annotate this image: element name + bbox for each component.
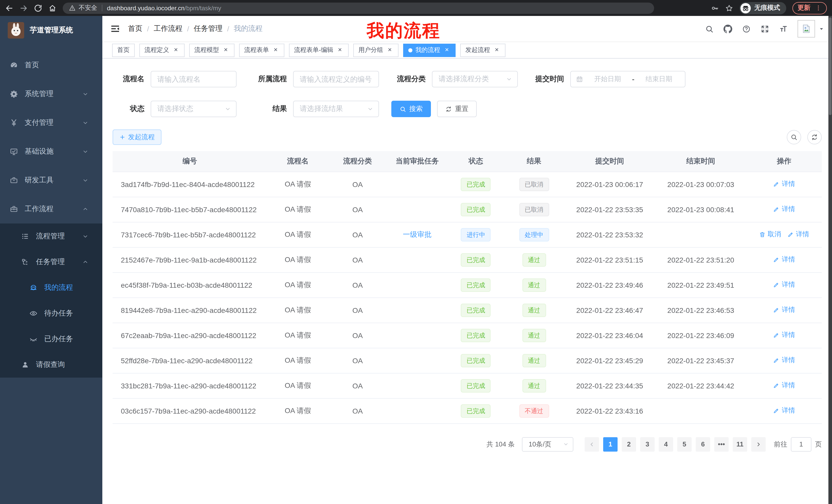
breadcrumb-item[interactable]: 任务管理 bbox=[194, 24, 223, 33]
sidebar-item-task-mgmt[interactable]: 任务管理 bbox=[0, 249, 102, 275]
tab-close-icon[interactable]: × bbox=[493, 47, 500, 54]
font-size-icon[interactable] bbox=[779, 24, 788, 33]
process-name-input[interactable] bbox=[151, 71, 237, 87]
tab-process-form[interactable]: 流程表单× bbox=[239, 44, 284, 57]
cancel-action-link[interactable]: 取消 bbox=[759, 230, 781, 239]
detail-action-link[interactable]: 详情 bbox=[773, 356, 795, 365]
page-button-3[interactable]: 3 bbox=[640, 437, 655, 451]
tab-home[interactable]: 首页 bbox=[112, 44, 135, 57]
sidebar-item-home[interactable]: 首页 bbox=[0, 51, 102, 80]
sidebar-collapse-icon[interactable] bbox=[110, 24, 120, 34]
chevron-down-icon bbox=[367, 106, 373, 112]
page-size-select[interactable]: 10条/页 bbox=[522, 437, 573, 451]
security-label[interactable]: 不安全 bbox=[79, 4, 97, 12]
address-separator bbox=[102, 5, 102, 11]
sidebar-item-done-tasks[interactable]: 已办任务 bbox=[0, 326, 102, 352]
tab-label: 流程表单 bbox=[244, 46, 269, 54]
tab-my-process[interactable]: 我的流程× bbox=[403, 44, 456, 57]
page-button-4[interactable]: 4 bbox=[659, 437, 673, 451]
tab-close-icon[interactable]: × bbox=[222, 47, 229, 54]
reset-button[interactable]: 重置 bbox=[437, 101, 477, 117]
sidebar-item-infrastructure[interactable]: 基础设施 bbox=[0, 137, 102, 166]
browser-update-button[interactable]: 更新 bbox=[792, 2, 827, 14]
process-category-select[interactable]: 请选择流程分类 bbox=[432, 71, 518, 87]
fullscreen-icon[interactable] bbox=[760, 24, 769, 33]
filter-process-definition: 所属流程 bbox=[249, 71, 379, 87]
breadcrumb-item[interactable]: 首页 bbox=[128, 24, 142, 33]
calendar-icon bbox=[576, 76, 583, 83]
sidebar-item-todo-tasks[interactable]: 待办任务 bbox=[0, 301, 102, 326]
tab-close-icon[interactable]: × bbox=[272, 47, 279, 54]
detail-action-link[interactable]: 详情 bbox=[773, 331, 795, 340]
breadcrumb-item[interactable]: 工作流程 bbox=[154, 24, 183, 33]
page-button-11[interactable]: 11 bbox=[733, 437, 747, 451]
help-icon[interactable] bbox=[742, 24, 751, 33]
sidebar-item-label: 待办任务 bbox=[44, 309, 73, 318]
page-button-1[interactable]: 1 bbox=[603, 437, 618, 451]
page-button-6[interactable]: 6 bbox=[696, 437, 710, 451]
kebab-menu-icon[interactable] bbox=[815, 5, 822, 11]
table-row: 03c6c157-7b9a-11ec-a290-acde48001122OA 请… bbox=[113, 398, 822, 423]
cell-submit-time: 2022-01-22 23:53:32 bbox=[564, 222, 655, 247]
tab-process-definition[interactable]: 流程定义× bbox=[139, 44, 185, 57]
back-icon[interactable] bbox=[5, 4, 14, 12]
detail-action-link[interactable]: 详情 bbox=[773, 255, 795, 264]
window-scrollbar[interactable] bbox=[828, 16, 832, 504]
scrollbar-thumb[interactable] bbox=[829, 18, 831, 115]
filter-row-2: 状态 请选择状态 结果 请选择流结果 bbox=[113, 101, 822, 117]
user-avatar-dropdown[interactable] bbox=[798, 20, 824, 37]
page-button-2[interactable]: 2 bbox=[622, 437, 636, 451]
sidebar-item-system[interactable]: 系统管理 bbox=[0, 80, 102, 108]
sidebar-item-label: 已办任务 bbox=[44, 334, 73, 344]
pagination-ellipsis[interactable]: ••• bbox=[714, 437, 729, 451]
search-button[interactable]: 搜索 bbox=[391, 101, 431, 117]
detail-action-link[interactable]: 详情 bbox=[773, 280, 795, 289]
detail-action-link[interactable]: 详情 bbox=[773, 205, 795, 214]
current-task-link[interactable]: 一级审批 bbox=[403, 230, 432, 238]
goto-page-input[interactable] bbox=[791, 437, 811, 451]
detail-action-link[interactable]: 详情 bbox=[773, 381, 795, 390]
home-icon[interactable] bbox=[48, 4, 57, 12]
refresh-table-button[interactable] bbox=[807, 130, 822, 144]
result-select[interactable]: 请选择流结果 bbox=[293, 101, 379, 117]
detail-action-link[interactable]: 详情 bbox=[787, 230, 809, 239]
sidebar-item-leave-query[interactable]: 请假查询 bbox=[0, 352, 102, 377]
forward-icon[interactable] bbox=[20, 4, 28, 12]
toggle-search-button[interactable] bbox=[787, 130, 801, 144]
sidebar-item-process-mgmt[interactable]: 流程管理 bbox=[0, 223, 102, 249]
status-select[interactable]: 请选择状态 bbox=[151, 101, 237, 117]
sidebar-item-payment[interactable]: 支付管理 bbox=[0, 108, 102, 137]
tab-process-form-edit[interactable]: 流程表单-编辑× bbox=[289, 44, 349, 57]
bookmark-star-icon[interactable] bbox=[725, 4, 733, 12]
reload-icon[interactable] bbox=[34, 4, 42, 12]
submit-time-range-picker[interactable]: 开始日期 - 结束日期 bbox=[570, 71, 685, 87]
process-definition-input[interactable] bbox=[293, 71, 379, 87]
cell-status: 已完成 bbox=[448, 247, 504, 272]
avatar[interactable] bbox=[798, 20, 815, 37]
tab-user-group[interactable]: 用户分组× bbox=[353, 44, 398, 57]
tab-start-process[interactable]: 发起流程× bbox=[460, 44, 505, 57]
tab-close-icon[interactable]: × bbox=[443, 47, 450, 54]
prev-page-button[interactable] bbox=[585, 437, 599, 451]
search-icon[interactable] bbox=[705, 24, 714, 33]
sidebar-item-workflow[interactable]: 工作流程 bbox=[0, 195, 102, 223]
detail-action-link[interactable]: 详情 bbox=[773, 406, 795, 415]
tab-close-icon[interactable]: × bbox=[336, 47, 343, 54]
start-process-button[interactable]: 发起流程 bbox=[113, 130, 161, 145]
detail-action-link[interactable]: 详情 bbox=[773, 305, 795, 315]
github-icon[interactable] bbox=[724, 24, 732, 33]
tab-process-model[interactable]: 流程模型× bbox=[189, 44, 234, 57]
sidebar-item-dev-tools[interactable]: 研发工具 bbox=[0, 166, 102, 195]
detail-action-link[interactable]: 详情 bbox=[773, 179, 795, 189]
page-button-5[interactable]: 5 bbox=[677, 437, 692, 451]
tab-close-icon[interactable]: × bbox=[172, 47, 179, 54]
tab-close-icon[interactable]: × bbox=[386, 47, 393, 54]
next-page-button[interactable] bbox=[751, 437, 766, 451]
cell-submit-time: 2022-01-22 23:46:47 bbox=[564, 298, 655, 323]
page-url[interactable]: dashboard.yudao.iocoder.cn/bpm/task/my bbox=[107, 4, 221, 11]
password-key-icon[interactable] bbox=[711, 4, 719, 12]
address-bar[interactable]: 不安全 dashboard.yudao.iocoder.cn/bpm/task/… bbox=[63, 2, 654, 13]
result-badge: 通过 bbox=[522, 354, 546, 367]
sidebar-item-my-process[interactable]: 我的流程 bbox=[0, 275, 102, 301]
table-toolbar: 发起流程 bbox=[113, 130, 822, 145]
